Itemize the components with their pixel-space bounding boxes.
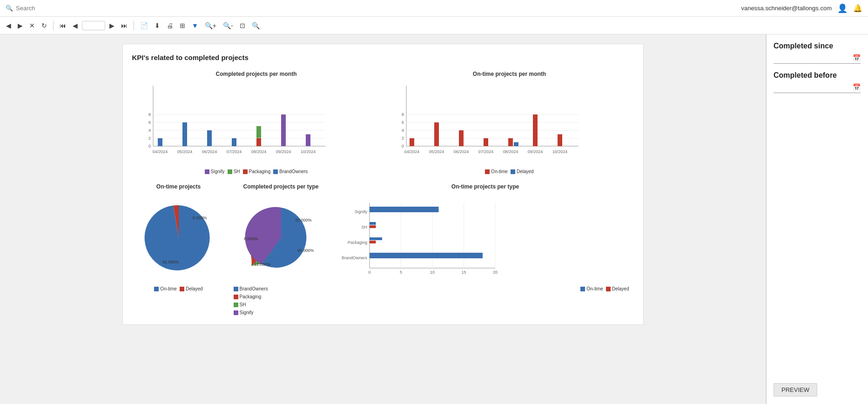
ontime-pie-svg: 8.000% 92.000% xyxy=(132,194,225,282)
resize-line xyxy=(766,34,767,404)
svg-text:10/2024: 10/2024 xyxy=(300,149,316,154)
svg-text:05/2024: 05/2024 xyxy=(429,149,444,154)
ontime-type-bar-chart: On-time projects per type 0 5 xyxy=(337,183,634,315)
report-paper: KPI's related to completed projects Comp… xyxy=(122,44,644,325)
completed-since-calendar-icon[interactable]: 📅 xyxy=(853,54,861,61)
svg-text:0: 0 xyxy=(401,144,404,148)
svg-rect-78 xyxy=(370,253,483,258)
svg-text:2: 2 xyxy=(148,136,150,141)
completed-type-pie-svg: 20.000% 8.000% 60.000% 12.000% xyxy=(230,194,332,282)
svg-text:20.000%: 20.000% xyxy=(295,218,312,222)
svg-rect-12 xyxy=(182,122,187,146)
completed-before-section: Completed before 10/10/2024 📅 xyxy=(774,71,861,93)
report-title: KPI's related to completed projects xyxy=(132,54,634,61)
bell-icon: 🔔 xyxy=(853,4,862,13)
close-button[interactable]: ✕ xyxy=(27,20,37,31)
search-doc-button[interactable]: 🔍 xyxy=(249,20,262,31)
svg-text:06/2024: 06/2024 xyxy=(453,149,469,154)
export-button[interactable]: 📄 xyxy=(138,20,150,31)
svg-text:6: 6 xyxy=(148,120,150,125)
ontime-projects-chart: On-time projects per month 0 2 4 6 8 xyxy=(385,71,634,174)
svg-rect-15 xyxy=(256,138,261,146)
completed-since-input-wrapper: 01/01/2023 📅 xyxy=(774,54,861,64)
svg-text:60.000%: 60.000% xyxy=(297,248,314,253)
search-input[interactable] xyxy=(16,5,249,12)
completed-type-legend: BrandOwners Packaging SH Signify xyxy=(230,286,332,315)
topbar: 🔍 vanessa.schneider@tallongs.com 👤 🔔 xyxy=(0,0,868,17)
completed-projects-chart: Completed projects per month 0 2 4 6 xyxy=(132,71,381,174)
ontime-projects-svg: 0 2 4 6 8 xyxy=(385,81,581,165)
svg-text:8: 8 xyxy=(148,112,150,117)
svg-rect-11 xyxy=(158,138,162,146)
svg-text:05/2024: 05/2024 xyxy=(177,149,192,154)
content-area: KPI's related to completed projects Comp… xyxy=(0,34,766,404)
first-page-button[interactable]: ⏮ xyxy=(57,20,68,31)
fit-button[interactable]: ⊡ xyxy=(237,20,248,31)
svg-rect-14 xyxy=(232,138,236,146)
svg-text:08/2024: 08/2024 xyxy=(503,149,518,154)
svg-rect-41 xyxy=(508,138,513,146)
svg-rect-37 xyxy=(410,138,414,146)
completed-projects-svg: 0 2 4 6 8 xyxy=(132,81,328,165)
svg-text:15: 15 xyxy=(461,270,466,275)
back-button[interactable]: ◀ xyxy=(4,20,13,31)
svg-rect-76 xyxy=(370,237,382,240)
svg-rect-17 xyxy=(281,114,286,146)
ontime-pie-chart: On-time projects 8.000% 92.000% xyxy=(132,183,225,315)
next-page-button[interactable]: ▶ xyxy=(107,20,117,31)
completed-before-input[interactable]: 10/10/2024 xyxy=(774,84,853,91)
svg-text:10: 10 xyxy=(430,270,434,275)
svg-text:07/2024: 07/2024 xyxy=(226,149,242,154)
right-sidebar: Completed since 01/01/2023 📅 Completed b… xyxy=(766,34,868,404)
completed-since-input[interactable]: 01/01/2023 xyxy=(774,54,853,61)
zoom-in-button[interactable]: 🔍+ xyxy=(202,20,219,31)
completed-since-section: Completed since 01/01/2023 📅 xyxy=(774,42,861,64)
completed-type-pie-chart: Completed projects per type xyxy=(230,183,332,315)
main-layout: KPI's related to completed projects Comp… xyxy=(0,34,868,404)
svg-text:8.000%: 8.000% xyxy=(193,215,207,220)
svg-rect-43 xyxy=(533,114,538,146)
svg-text:SH: SH xyxy=(361,225,367,229)
svg-text:12.000%: 12.000% xyxy=(254,262,271,267)
last-page-button[interactable]: ⏭ xyxy=(119,20,130,31)
svg-rect-73 xyxy=(370,207,439,212)
page-input[interactable]: 1 / 1 xyxy=(82,21,105,30)
print-button[interactable]: 🖨 xyxy=(164,20,175,31)
user-icon: 👤 xyxy=(837,3,848,13)
refresh-button[interactable]: ↻ xyxy=(39,20,49,31)
completed-projects-legend: Signify SH Packaging BrandOwners xyxy=(132,169,381,174)
svg-rect-39 xyxy=(459,130,464,146)
svg-rect-77 xyxy=(370,241,376,243)
svg-text:07/2024: 07/2024 xyxy=(478,149,493,154)
svg-text:8.000%: 8.000% xyxy=(244,236,258,241)
forward-button[interactable]: ▶ xyxy=(15,20,25,31)
prev-page-button[interactable]: ◀ xyxy=(70,20,80,31)
svg-rect-74 xyxy=(370,222,376,225)
toolbar: ◀ ▶ ✕ ↻ ⏮ ◀ 1 / 1 ▶ ⏭ 📄 ⬇ 🖨 ⊞ ▼ 🔍+ 🔍- ⊡ … xyxy=(0,17,868,34)
svg-text:Packaging: Packaging xyxy=(347,240,367,245)
layout-button[interactable]: ⊞ xyxy=(177,20,188,31)
completed-before-calendar-icon[interactable]: 📅 xyxy=(853,83,861,91)
download-button[interactable]: ⬇ xyxy=(152,20,162,31)
svg-text:09/2024: 09/2024 xyxy=(276,149,291,154)
svg-rect-38 xyxy=(434,122,439,146)
svg-rect-40 xyxy=(484,138,488,146)
completed-before-input-wrapper: 10/10/2024 📅 xyxy=(774,83,861,93)
svg-rect-75 xyxy=(370,225,376,228)
svg-text:BrandOwners: BrandOwners xyxy=(341,256,367,260)
svg-text:4: 4 xyxy=(148,128,150,133)
ontime-type-bar-svg: 0 5 10 15 20 Signify SH Packaging BrandO… xyxy=(337,194,514,282)
zoom-out-button[interactable]: 🔍- xyxy=(221,20,236,31)
svg-text:20: 20 xyxy=(492,270,497,275)
ontime-type-bar-legend: On-time Delayed xyxy=(337,286,634,291)
ontime-projects-legend: On-time Delayed xyxy=(385,169,634,174)
ontime-type-bar-title: On-time projects per type xyxy=(337,183,634,190)
svg-text:5: 5 xyxy=(399,270,402,275)
completed-before-title: Completed before xyxy=(774,71,861,80)
preview-button[interactable]: PREVIEW xyxy=(774,383,817,397)
svg-text:8: 8 xyxy=(401,112,404,117)
svg-rect-18 xyxy=(306,135,310,147)
filter-button[interactable]: ▼ xyxy=(189,20,201,31)
completed-projects-title: Completed projects per month xyxy=(132,71,381,77)
topbar-right: vanessa.schneider@tallongs.com 👤 🔔 xyxy=(741,3,862,13)
